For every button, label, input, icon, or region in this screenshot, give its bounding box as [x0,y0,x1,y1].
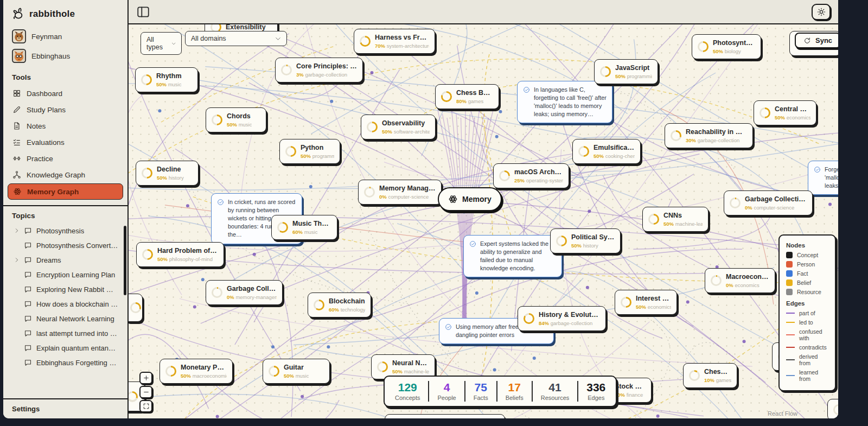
graph-node-observability[interactable]: Observability50% software-architecture [361,115,436,139]
graph-node-chess-rules[interactable]: Chess Rules10% games [683,363,737,388]
graph-node-chords[interactable]: Chords50% music [206,107,266,132]
graph-node-garbage-collection-fu[interactable]: Garbage Collection Fu…0% computer-scienc… [724,190,813,215]
graph-node-memory-management[interactable]: Memory Management0% computer-science [358,180,442,205]
sidebar-item-notes[interactable]: Notes [8,118,123,133]
graph-node-photosynthesis[interactable]: Photosynthesis50% biology [692,34,761,59]
note-text: In languages like C, forgetting to call … [534,86,607,118]
topic-item[interactable]: last attempt turned into a … [8,326,123,340]
node-progress: 50% [301,153,311,159]
node-domain: history [169,175,184,181]
node-title: Stock Market [615,383,646,390]
topic-item[interactable]: Explain quantum entangle… [8,341,123,355]
zoom-out-button[interactable] [139,386,152,398]
graph-node-a[interactable]: a… [129,294,143,322]
graph-node-music-theory[interactable]: Music Theory60% music [271,215,337,240]
progress-ring-icon [367,122,378,132]
sidebar-item-evaluations[interactable]: Evaluations [8,135,123,150]
legend-edge-type: learned from [786,369,828,382]
settings-button[interactable]: Settings [3,398,127,418]
graph-note[interactable]: Forgetting 'malloc()' leaks. [808,161,838,195]
domain-filter-dropdown[interactable]: All domains [185,31,287,46]
sidebar-item-knowledge-graph[interactable]: Knowledge Graph [8,167,123,182]
node-meta: 0% computer-science [745,205,807,211]
sidebar-item-memory-graph[interactable]: Memory Graph [8,183,123,200]
graph-node[interactable] [385,414,505,418]
topic-item[interactable]: Neural Network Learning [8,311,123,326]
graph-node-central-banks[interactable]: Central Banks50% economics [754,100,816,125]
chevron-right-icon[interactable] [14,257,20,263]
graph-node-guitar[interactable]: Guitar50% music [263,359,330,384]
node-progress: 60% [329,307,339,313]
progress-ring-icon [524,313,534,324]
react-flow-attribution[interactable]: React Flow [768,410,797,417]
legend-edge-type: contradicts [786,344,828,351]
progress-ring-icon [698,41,709,52]
center-node-memory[interactable]: Memory [438,187,502,211]
legend-swatch [786,261,793,268]
graph-node-javascript[interactable]: JavaScript50% programming [594,59,658,84]
stat-value: 336 [586,382,605,393]
topic-item[interactable]: Ebbinghaus Forgetting Cu… [8,355,123,370]
graph-note[interactable]: Expert systems lacked the ability to gen… [463,235,562,277]
topic-item[interactable]: Photosynthesis [8,224,123,238]
stat-edges: 336Edges [578,381,614,402]
topic-item[interactable]: Encryption Learning Plan [8,268,123,282]
fit-view-button[interactable] [139,400,152,412]
graph-node-chess-basics[interactable]: Chess Basics80% games [435,84,499,109]
graph-node-monetary-policy[interactable]: Monetary Policy50% macroeconomics [159,359,233,384]
theme-toggle-button[interactable] [812,4,831,20]
graph-note[interactable]: In languages like C, forgetting to call … [517,81,612,123]
topic-label: How does a blockchain w… [36,300,118,308]
graph-node-harness-vs-framework[interactable]: Harness vs Framework70% system-architect… [354,29,435,54]
agent-ebbinghaus[interactable]: Ebbinghaus [3,46,127,66]
zoom-in-button[interactable] [139,372,152,384]
stat-people: 4People [429,381,465,402]
graph-node-history-evolution-of[interactable]: History & Evolution of …84% garbage-coll… [518,306,606,331]
legend-label: Belief [797,279,811,286]
topic-item[interactable]: Exploring New Rabbit Hole… [8,282,123,296]
chevron-right-icon[interactable] [14,228,20,233]
graph-node-decline[interactable]: Decline50% history [136,161,199,186]
topics-scrollbar[interactable] [124,226,126,295]
sidebar-item-practice[interactable]: Practice [8,151,123,166]
node-meta: 50% economics [775,115,810,120]
node-progress: 30% [686,137,696,143]
agent-feynman[interactable]: Feynman [3,27,127,46]
stat-label: Resources [541,395,570,401]
sync-button[interactable]: Sync [795,33,838,48]
graph-node-cnns[interactable]: CNNs50% machine-learning [642,207,709,232]
node-title: Python [301,144,334,151]
node-domain: programming [627,73,652,79]
graph-node-python[interactable]: Python50% programming [279,139,340,164]
progress-ring-icon [730,198,741,208]
graph-node-rhythm[interactable]: Rhythm50% music [135,67,198,92]
node-meta: 50% philosophy-of-mind [157,256,218,262]
topic-label: Dreams [36,256,61,264]
sidebar-toggle-icon[interactable] [136,5,150,19]
graph-node-political-systems[interactable]: Political Systems50% history [550,228,621,253]
node-progress: 50% [775,115,785,120]
graph-node[interactable] [827,399,838,418]
graph-node-hard-problem-of-cons[interactable]: Hard Problem of Cons…50% philosophy-of-m… [136,242,224,267]
topic-item[interactable]: How does a blockchain w… [8,297,123,311]
graph-node-interest-rates[interactable]: Interest Rates50% economics [615,290,677,315]
memory-graph-canvas[interactable]: All types All domains Sync Extensibility… [129,24,838,418]
topic-item[interactable]: Dreams [8,253,123,267]
sidebar-item-dashboard[interactable]: Dashboard [8,86,123,101]
graph-node-macroeconomics[interactable]: Macroeconomics0% economics [705,268,775,293]
graph-node-reachability-in-garba[interactable]: Reachability in Garba…30% garbage-collec… [665,123,753,148]
graph-node-blockchain[interactable]: Blockchain60% technology [308,293,371,317]
node-domain: economics [735,282,759,288]
node-domain: macroeconomics [193,373,227,379]
graph-node-garbage-collection[interactable]: Garbage Collection0% memory-management [206,280,283,305]
graph-node-core-principles-reach[interactable]: Core Principles: Reach…3% garbage-collec… [275,58,363,82]
progress-ring-icon [833,404,838,415]
topic-item[interactable]: Photosynthesis Converts … [8,238,123,252]
graph-node-macos-architecture[interactable]: macOS Architecture25% operating-systems [493,163,569,188]
node-progress: 50% [227,122,237,128]
graph-node-emulsification[interactable]: Emulsification50% cooking-chemistry [572,139,641,164]
node-title: Interest Rates [636,295,671,302]
node-progress: 50% [157,175,167,181]
type-filter-dropdown[interactable]: All types [141,32,182,55]
sidebar-item-study-plans[interactable]: Study Plans [8,102,123,117]
